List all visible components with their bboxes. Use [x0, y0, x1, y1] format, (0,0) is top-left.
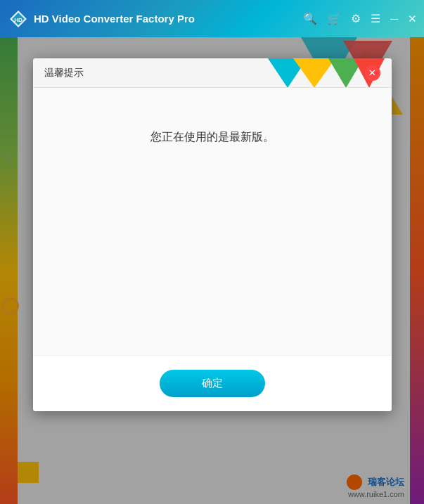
title-bar-tools: 🔍 🛒 ⚙ ☰ — [303, 12, 380, 25]
header-tri-green — [328, 58, 364, 87]
modal-overlay: 温馨提示 ✕ 您正在使用的是最新版。 确定 — [0, 37, 424, 504]
dialog-message: 您正在使用的是最新版。 — [150, 130, 274, 145]
title-bar: HD HD Video Converter Factory Pro 🔍 🛒 ⚙ … — [0, 0, 424, 37]
app-background: ◁ 瑞客论坛 www.ruike1.com 温馨提示 — [0, 37, 424, 504]
dialog-header: 温馨提示 ✕ — [33, 58, 392, 88]
dialog-title: 温馨提示 — [44, 67, 84, 79]
minimize-button[interactable]: ─ — [390, 13, 398, 25]
app-title: HD Video Converter Factory Pro — [34, 13, 303, 25]
dialog-header-decoration — [33, 58, 392, 87]
dialog-close-button[interactable]: ✕ — [365, 65, 380, 81]
confirm-button[interactable]: 确定 — [160, 370, 265, 397]
header-tri-teal — [268, 58, 307, 87]
dialog-box: 温馨提示 ✕ 您正在使用的是最新版。 确定 — [33, 58, 392, 411]
cart-icon[interactable]: 🛒 — [327, 12, 341, 25]
header-tri-yellow — [293, 58, 335, 87]
settings-icon[interactable]: ⚙ — [351, 12, 361, 25]
close-button[interactable]: ✕ — [408, 13, 417, 25]
search-icon[interactable]: 🔍 — [303, 12, 317, 25]
app-window: HD HD Video Converter Factory Pro 🔍 🛒 ⚙ … — [0, 0, 424, 504]
dialog-footer: 确定 — [33, 355, 392, 411]
dialog-body: 您正在使用的是最新版。 — [33, 88, 392, 355]
menu-icon[interactable]: ☰ — [371, 12, 380, 25]
window-controls: ─ ✕ — [390, 13, 417, 25]
svg-text:HD: HD — [14, 17, 23, 23]
app-logo: HD — [7, 8, 30, 30]
